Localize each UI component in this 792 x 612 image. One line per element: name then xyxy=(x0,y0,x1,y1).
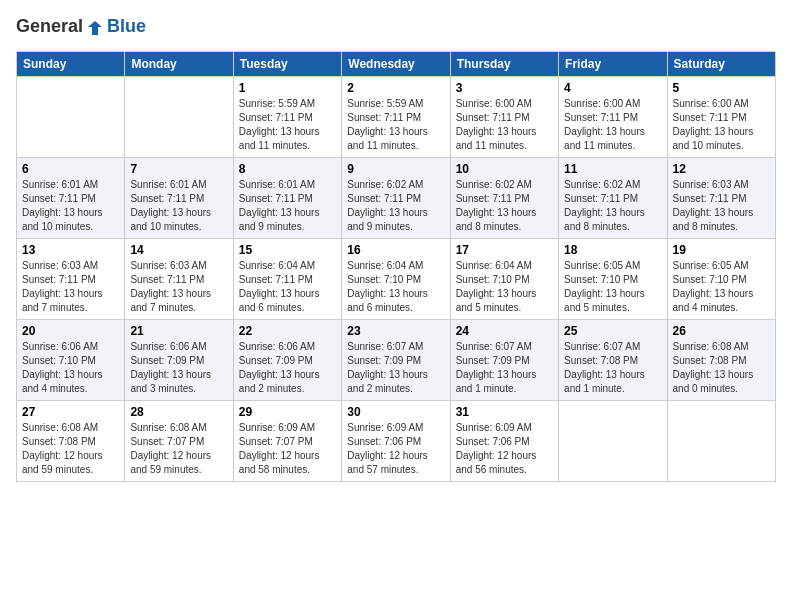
day-info: Sunrise: 6:04 AM Sunset: 7:10 PM Dayligh… xyxy=(456,259,553,315)
day-info: Sunrise: 6:09 AM Sunset: 7:07 PM Dayligh… xyxy=(239,421,336,477)
day-number: 28 xyxy=(130,405,227,419)
day-info: Sunrise: 6:00 AM Sunset: 7:11 PM Dayligh… xyxy=(564,97,661,153)
day-number: 8 xyxy=(239,162,336,176)
calendar-cell: 2Sunrise: 5:59 AM Sunset: 7:11 PM Daylig… xyxy=(342,76,450,157)
weekday-header: Tuesday xyxy=(233,51,341,76)
calendar-cell: 19Sunrise: 6:05 AM Sunset: 7:10 PM Dayli… xyxy=(667,238,775,319)
day-info: Sunrise: 6:08 AM Sunset: 7:08 PM Dayligh… xyxy=(673,340,770,396)
day-info: Sunrise: 6:09 AM Sunset: 7:06 PM Dayligh… xyxy=(456,421,553,477)
day-number: 1 xyxy=(239,81,336,95)
calendar-cell: 18Sunrise: 6:05 AM Sunset: 7:10 PM Dayli… xyxy=(559,238,667,319)
day-info: Sunrise: 6:06 AM Sunset: 7:09 PM Dayligh… xyxy=(130,340,227,396)
calendar-cell: 29Sunrise: 6:09 AM Sunset: 7:07 PM Dayli… xyxy=(233,400,341,481)
calendar-cell: 30Sunrise: 6:09 AM Sunset: 7:06 PM Dayli… xyxy=(342,400,450,481)
day-number: 15 xyxy=(239,243,336,257)
day-info: Sunrise: 6:03 AM Sunset: 7:11 PM Dayligh… xyxy=(673,178,770,234)
calendar-cell xyxy=(125,76,233,157)
day-number: 10 xyxy=(456,162,553,176)
day-info: Sunrise: 6:07 AM Sunset: 7:08 PM Dayligh… xyxy=(564,340,661,396)
day-number: 18 xyxy=(564,243,661,257)
day-info: Sunrise: 6:05 AM Sunset: 7:10 PM Dayligh… xyxy=(564,259,661,315)
calendar-cell: 14Sunrise: 6:03 AM Sunset: 7:11 PM Dayli… xyxy=(125,238,233,319)
day-info: Sunrise: 6:09 AM Sunset: 7:06 PM Dayligh… xyxy=(347,421,444,477)
day-info: Sunrise: 6:08 AM Sunset: 7:08 PM Dayligh… xyxy=(22,421,119,477)
calendar-cell: 10Sunrise: 6:02 AM Sunset: 7:11 PM Dayli… xyxy=(450,157,558,238)
logo-text: GeneralBlue xyxy=(16,16,146,39)
day-number: 20 xyxy=(22,324,119,338)
calendar-week-row: 20Sunrise: 6:06 AM Sunset: 7:10 PM Dayli… xyxy=(17,319,776,400)
day-info: Sunrise: 5:59 AM Sunset: 7:11 PM Dayligh… xyxy=(239,97,336,153)
calendar-week-row: 27Sunrise: 6:08 AM Sunset: 7:08 PM Dayli… xyxy=(17,400,776,481)
calendar-cell: 1Sunrise: 5:59 AM Sunset: 7:11 PM Daylig… xyxy=(233,76,341,157)
day-number: 7 xyxy=(130,162,227,176)
day-info: Sunrise: 6:01 AM Sunset: 7:11 PM Dayligh… xyxy=(22,178,119,234)
day-info: Sunrise: 6:08 AM Sunset: 7:07 PM Dayligh… xyxy=(130,421,227,477)
day-number: 12 xyxy=(673,162,770,176)
day-info: Sunrise: 6:04 AM Sunset: 7:11 PM Dayligh… xyxy=(239,259,336,315)
day-number: 3 xyxy=(456,81,553,95)
calendar-cell: 3Sunrise: 6:00 AM Sunset: 7:11 PM Daylig… xyxy=(450,76,558,157)
weekday-header: Wednesday xyxy=(342,51,450,76)
calendar-cell: 5Sunrise: 6:00 AM Sunset: 7:11 PM Daylig… xyxy=(667,76,775,157)
weekday-header: Monday xyxy=(125,51,233,76)
svg-marker-0 xyxy=(88,21,102,35)
calendar-cell: 8Sunrise: 6:01 AM Sunset: 7:11 PM Daylig… xyxy=(233,157,341,238)
weekday-header: Friday xyxy=(559,51,667,76)
calendar-cell: 24Sunrise: 6:07 AM Sunset: 7:09 PM Dayli… xyxy=(450,319,558,400)
calendar-week-row: 1Sunrise: 5:59 AM Sunset: 7:11 PM Daylig… xyxy=(17,76,776,157)
day-number: 14 xyxy=(130,243,227,257)
day-info: Sunrise: 6:02 AM Sunset: 7:11 PM Dayligh… xyxy=(564,178,661,234)
calendar-cell: 9Sunrise: 6:02 AM Sunset: 7:11 PM Daylig… xyxy=(342,157,450,238)
day-number: 29 xyxy=(239,405,336,419)
day-number: 24 xyxy=(456,324,553,338)
logo: GeneralBlue xyxy=(16,16,146,39)
calendar-week-row: 6Sunrise: 6:01 AM Sunset: 7:11 PM Daylig… xyxy=(17,157,776,238)
calendar-cell: 15Sunrise: 6:04 AM Sunset: 7:11 PM Dayli… xyxy=(233,238,341,319)
day-number: 5 xyxy=(673,81,770,95)
calendar-cell xyxy=(17,76,125,157)
logo-blue: Blue xyxy=(107,16,146,36)
calendar-cell: 20Sunrise: 6:06 AM Sunset: 7:10 PM Dayli… xyxy=(17,319,125,400)
day-number: 23 xyxy=(347,324,444,338)
calendar-cell: 12Sunrise: 6:03 AM Sunset: 7:11 PM Dayli… xyxy=(667,157,775,238)
day-number: 31 xyxy=(456,405,553,419)
calendar-cell: 13Sunrise: 6:03 AM Sunset: 7:11 PM Dayli… xyxy=(17,238,125,319)
weekday-header: Thursday xyxy=(450,51,558,76)
weekday-header: Sunday xyxy=(17,51,125,76)
day-info: Sunrise: 6:01 AM Sunset: 7:11 PM Dayligh… xyxy=(130,178,227,234)
day-info: Sunrise: 6:03 AM Sunset: 7:11 PM Dayligh… xyxy=(130,259,227,315)
calendar-cell: 31Sunrise: 6:09 AM Sunset: 7:06 PM Dayli… xyxy=(450,400,558,481)
day-info: Sunrise: 6:03 AM Sunset: 7:11 PM Dayligh… xyxy=(22,259,119,315)
day-number: 16 xyxy=(347,243,444,257)
day-info: Sunrise: 6:07 AM Sunset: 7:09 PM Dayligh… xyxy=(456,340,553,396)
calendar-cell xyxy=(559,400,667,481)
calendar-cell: 28Sunrise: 6:08 AM Sunset: 7:07 PM Dayli… xyxy=(125,400,233,481)
calendar-cell: 11Sunrise: 6:02 AM Sunset: 7:11 PM Dayli… xyxy=(559,157,667,238)
day-number: 4 xyxy=(564,81,661,95)
day-number: 30 xyxy=(347,405,444,419)
calendar-cell: 16Sunrise: 6:04 AM Sunset: 7:10 PM Dayli… xyxy=(342,238,450,319)
day-number: 11 xyxy=(564,162,661,176)
calendar-cell: 6Sunrise: 6:01 AM Sunset: 7:11 PM Daylig… xyxy=(17,157,125,238)
day-number: 6 xyxy=(22,162,119,176)
calendar-cell: 23Sunrise: 6:07 AM Sunset: 7:09 PM Dayli… xyxy=(342,319,450,400)
day-info: Sunrise: 6:02 AM Sunset: 7:11 PM Dayligh… xyxy=(347,178,444,234)
calendar-cell: 21Sunrise: 6:06 AM Sunset: 7:09 PM Dayli… xyxy=(125,319,233,400)
day-info: Sunrise: 6:00 AM Sunset: 7:11 PM Dayligh… xyxy=(456,97,553,153)
day-info: Sunrise: 6:00 AM Sunset: 7:11 PM Dayligh… xyxy=(673,97,770,153)
page-header: GeneralBlue xyxy=(16,16,776,39)
calendar-cell: 7Sunrise: 6:01 AM Sunset: 7:11 PM Daylig… xyxy=(125,157,233,238)
calendar-table: SundayMondayTuesdayWednesdayThursdayFrid… xyxy=(16,51,776,482)
day-number: 9 xyxy=(347,162,444,176)
calendar-cell: 26Sunrise: 6:08 AM Sunset: 7:08 PM Dayli… xyxy=(667,319,775,400)
day-info: Sunrise: 6:06 AM Sunset: 7:10 PM Dayligh… xyxy=(22,340,119,396)
day-info: Sunrise: 5:59 AM Sunset: 7:11 PM Dayligh… xyxy=(347,97,444,153)
calendar-cell: 4Sunrise: 6:00 AM Sunset: 7:11 PM Daylig… xyxy=(559,76,667,157)
day-number: 25 xyxy=(564,324,661,338)
day-number: 22 xyxy=(239,324,336,338)
calendar-cell: 25Sunrise: 6:07 AM Sunset: 7:08 PM Dayli… xyxy=(559,319,667,400)
day-info: Sunrise: 6:01 AM Sunset: 7:11 PM Dayligh… xyxy=(239,178,336,234)
calendar-cell: 17Sunrise: 6:04 AM Sunset: 7:10 PM Dayli… xyxy=(450,238,558,319)
day-info: Sunrise: 6:02 AM Sunset: 7:11 PM Dayligh… xyxy=(456,178,553,234)
day-info: Sunrise: 6:05 AM Sunset: 7:10 PM Dayligh… xyxy=(673,259,770,315)
